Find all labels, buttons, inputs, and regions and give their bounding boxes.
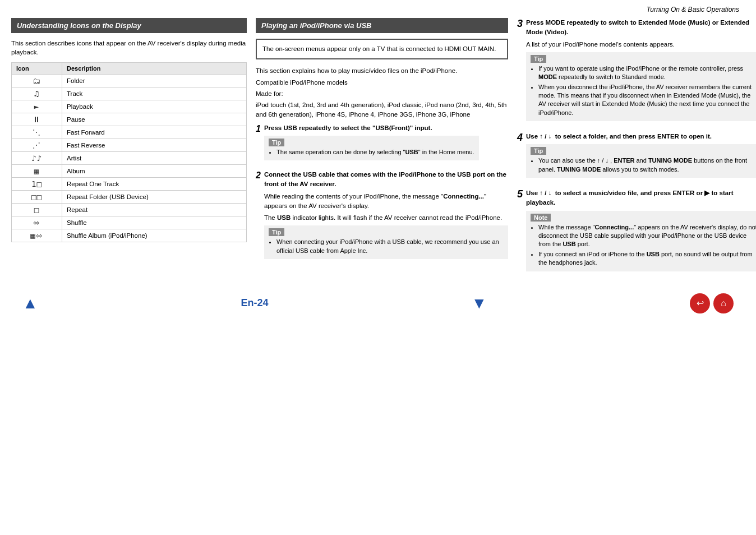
note-bullet-2: If you connect an iPod or iPhone to the …: [538, 250, 756, 268]
table-row: 🗂Folder: [12, 75, 247, 87]
description-cell: Pause: [62, 113, 247, 126]
step-1-tip: Tip The same operation can be done by se…: [264, 136, 479, 160]
icon-cell: ⏸: [12, 113, 62, 126]
table-row: ⋰Fast Reverse: [12, 139, 247, 152]
note-bullet-1: While the message "Connecting..." appear…: [538, 223, 756, 249]
table-row: ♪♪Artist: [12, 152, 247, 165]
icons-intro-text: This section describes icons that appear…: [11, 39, 247, 57]
step-3-tip: Tip If you want to operate using the iPo…: [526, 52, 756, 121]
notice-text: The on-screen menus appear only on a TV …: [262, 45, 496, 52]
description-cell: Album: [62, 165, 247, 178]
step-1-text: Press USB repeatedly to select the "USB(…: [264, 123, 479, 133]
step-3-number: 3: [517, 18, 523, 30]
tip-label-2: Tip: [269, 228, 284, 236]
table-row: ▦Album: [12, 165, 247, 178]
description-cell: Fast Forward: [62, 126, 247, 139]
right-section: 3 Press MODE repeatedly to switch to Ext…: [517, 18, 756, 282]
table-row: ▦⬄Shuffle Album (iPod/iPhone): [12, 229, 247, 242]
usb-intro-line-0: This section explains how to play music/…: [256, 66, 508, 76]
icon-cell: ⋱: [12, 126, 62, 139]
table-row: ⋱Fast Forward: [12, 126, 247, 139]
usb-section: Playing an iPod/iPhone via USB The on-sc…: [256, 18, 508, 269]
main-layout: Understanding Icons on the Display This …: [11, 18, 745, 282]
usb-intro-line-2: Made for:: [256, 89, 508, 99]
step-4-tip: Tip You can also use the ↑ / ↓ , ENTER a…: [526, 144, 756, 178]
tip-label-3: Tip: [531, 55, 546, 63]
usb-section-header: Playing an iPod/iPhone via USB: [256, 18, 508, 33]
right-step-5: 5 Use ↑ / ↓ to select a music/video file…: [517, 188, 756, 274]
icon-cell: □: [12, 204, 62, 216]
description-cell: Folder: [62, 75, 247, 87]
icon-cell: ▦⬄: [12, 229, 62, 242]
section-title: Turning On & Basic Operations: [647, 6, 739, 13]
description-cell: Repeat: [62, 204, 247, 216]
icons-table: Icon Description 🗂Folder♫Track►Playback⏸…: [11, 62, 247, 242]
usb-step-1: 1 Press USB repeatedly to select the "US…: [256, 123, 508, 164]
next-page-arrow[interactable]: ▼: [471, 294, 487, 312]
table-row: □Repeat: [12, 204, 247, 216]
description-cell: Repeat One Track: [62, 178, 247, 191]
step-2-tip: Tip When connecting your iPod/iPhone wit…: [264, 225, 508, 259]
tip-3-bullet-1: If you want to operate using the iPod/iP…: [538, 64, 756, 82]
note-label-5: Note: [531, 214, 551, 222]
home-icon: ⌂: [721, 299, 726, 308]
step-3-body: A list of your iPod/iPhone model's conte…: [526, 40, 756, 49]
step-5-number: 5: [517, 188, 523, 201]
page-header: Turning On & Basic Operations: [11, 6, 745, 13]
step-2-number: 2: [256, 170, 261, 181]
icon-cell: ⋰: [12, 139, 62, 152]
icon-cell: ♪♪: [12, 152, 62, 165]
tip-3-bullet-2: When you disconnect the iPod/iPhone, the…: [538, 83, 756, 118]
icons-section-header: Understanding Icons on the Display: [11, 18, 247, 33]
tip-2-bullet-1: When connecting your iPod/iPhone with a …: [276, 238, 504, 255]
notice-box: The on-screen menus appear only on a TV …: [256, 39, 508, 59]
description-cell: Shuffle: [62, 216, 247, 229]
home-button[interactable]: ⌂: [713, 293, 734, 313]
description-cell: Fast Reverse: [62, 139, 247, 152]
description-cell: Playback: [62, 100, 247, 113]
description-cell: Track: [62, 87, 247, 100]
description-cell: Shuffle Album (iPod/iPhone): [62, 229, 247, 242]
usb-intro-line-1: Compatible iPod/iPhone models: [256, 78, 508, 87]
right-step-4: 4 Use ↑ / ↓ to select a folder, and then…: [517, 132, 756, 181]
step-1-number: 1: [256, 123, 261, 134]
col-header-icon: Icon: [12, 63, 62, 75]
table-row: ♫Track: [12, 87, 247, 100]
step-3-text: Press MODE repeatedly to switch to Exten…: [526, 18, 756, 38]
prev-page-arrow[interactable]: ▲: [22, 294, 38, 312]
step-2-body-1: While reading the contents of your iPod/…: [264, 192, 508, 211]
tip-label-1: Tip: [269, 139, 284, 146]
table-row: ⬄Shuffle: [12, 216, 247, 229]
icon-cell: ▦: [12, 165, 62, 178]
step-2-body-2: The USB indicator lights. It will flash …: [264, 213, 508, 223]
icon-cell: ►: [12, 100, 62, 113]
step-5-text: Use ↑ / ↓ to select a music/video file, …: [526, 188, 756, 208]
description-cell: Artist: [62, 152, 247, 165]
step-4-text: Use ↑ / ↓ to select a folder, and then p…: [526, 132, 756, 141]
icons-section: Understanding Icons on the Display This …: [11, 18, 247, 242]
usb-step-2: 2 Connect the USB cable that comes with …: [256, 170, 508, 262]
table-row: □□Repeat Folder (USB Device): [12, 191, 247, 204]
step-4-number: 4: [517, 132, 523, 144]
tip-1-bullet-1: The same operation can be done by select…: [276, 148, 474, 156]
back-icon: ↩: [697, 299, 704, 308]
right-step-3: 3 Press MODE repeatedly to switch to Ext…: [517, 18, 756, 124]
page-footer: ▲ En-24 ▼ ↩ ⌂: [11, 293, 745, 313]
page-number: En-24: [241, 297, 269, 309]
table-row: 1□Repeat One Track: [12, 178, 247, 191]
tip-4-bullet-1: You can also use the ↑ / ↓ , ENTER and T…: [538, 156, 756, 174]
usb-intro: This section explains how to play music/…: [256, 66, 508, 119]
table-row: ⏸Pause: [12, 113, 247, 126]
icon-cell: 🗂: [12, 75, 62, 87]
icon-cell: 1□: [12, 178, 62, 191]
table-row: ►Playback: [12, 100, 247, 113]
step-2-text: Connect the USB cable that comes with th…: [264, 170, 508, 190]
footer-icons: ↩ ⌂: [690, 293, 734, 313]
tip-label-4: Tip: [531, 147, 546, 155]
step-5-note: Note While the message "Connecting..." a…: [526, 211, 756, 271]
description-cell: Repeat Folder (USB Device): [62, 191, 247, 204]
icon-cell: □□: [12, 191, 62, 204]
back-button[interactable]: ↩: [690, 293, 710, 313]
icon-cell: ⬄: [12, 216, 62, 229]
usb-intro-line-3: iPod touch (1st, 2nd, 3rd and 4th genera…: [256, 100, 508, 120]
